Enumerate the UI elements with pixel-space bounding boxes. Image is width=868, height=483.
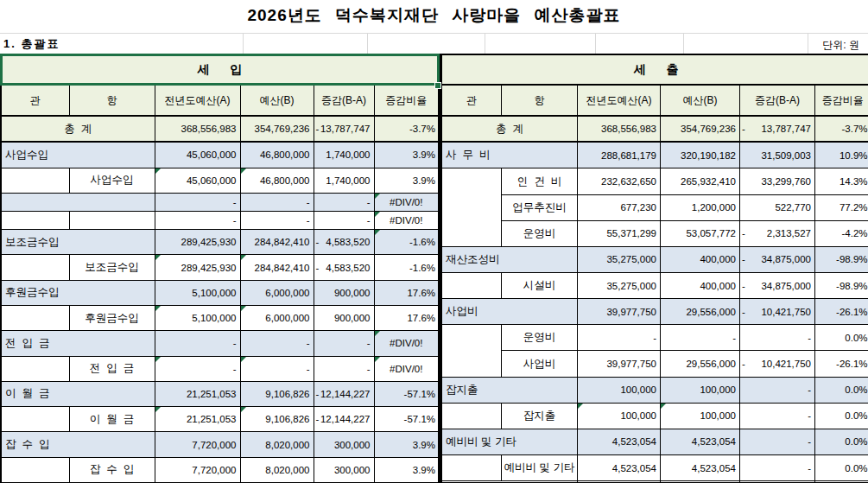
- cell-hang[interactable]: 예비비 및 기타: [502, 455, 578, 481]
- cell-gwan-blank[interactable]: [1, 356, 69, 381]
- cell-ratio[interactable]: 17.6%: [374, 280, 439, 305]
- cell-budget[interactable]: 284,842,410: [240, 230, 314, 255]
- cell-prev[interactable]: 45,060,000: [155, 142, 240, 168]
- cell-gwan-blank[interactable]: [1, 407, 69, 432]
- cell-hang[interactable]: 업무추진비: [502, 194, 578, 220]
- cell-ratio[interactable]: #DIV/0!: [374, 193, 439, 211]
- cell-prev[interactable]: 289,425,930: [155, 255, 240, 280]
- cell-gwan-blank[interactable]: [441, 455, 502, 481]
- cell-prev[interactable]: -: [155, 212, 240, 230]
- cell-budget[interactable]: 9,106,826: [240, 381, 314, 406]
- cell-hang[interactable]: 전 입 금: [69, 356, 155, 381]
- cell-prev[interactable]: 4,523,054: [578, 455, 661, 481]
- cell-budget[interactable]: 265,932,410: [661, 168, 740, 194]
- cell-ratio[interactable]: 0.0%: [815, 377, 868, 403]
- cell-gwan[interactable]: 예비비 및 기타: [441, 429, 578, 454]
- cell-prev[interactable]: 7,720,000: [155, 432, 240, 457]
- cell-gwan[interactable]: 사업수입: [1, 142, 155, 168]
- cell-diff[interactable]: -: [740, 377, 815, 403]
- col-header-prev[interactable]: 전년도예산(A): [578, 85, 661, 116]
- col-header-ratio[interactable]: 증감비율: [374, 85, 439, 116]
- cell-budget[interactable]: 400,000: [661, 246, 740, 272]
- cell-ratio[interactable]: -3.7%: [815, 116, 868, 142]
- col-header-budget[interactable]: 예산(B): [661, 85, 740, 116]
- cell-diff[interactable]: 33,299,760: [740, 168, 815, 194]
- cell-hang[interactable]: 시설비: [502, 273, 578, 299]
- cell-gwan-blank[interactable]: [1, 212, 69, 230]
- cell-budget[interactable]: 29,556,000: [661, 351, 740, 377]
- cell-gwan-blank[interactable]: [1, 255, 69, 280]
- cell-ratio[interactable]: -26.1%: [815, 351, 868, 377]
- cell-budget[interactable]: 9,106,826: [240, 407, 314, 432]
- cell-budget[interactable]: 29,556,000: [661, 299, 740, 325]
- cell-diff[interactable]: -4,583,520: [314, 255, 374, 280]
- cell-ratio[interactable]: 3.9%: [374, 168, 439, 193]
- cell-budget[interactable]: 284,842,410: [240, 255, 314, 280]
- cell-budget[interactable]: 400,000: [661, 273, 740, 299]
- cell-ratio[interactable]: -98.9%: [815, 246, 868, 272]
- cell-prev[interactable]: 7,720,000: [155, 457, 240, 482]
- cell-prev[interactable]: [578, 481, 661, 483]
- col-header-diff[interactable]: 증감(B-A): [740, 85, 815, 116]
- cell-budget[interactable]: -: [240, 331, 314, 356]
- col-header-prev[interactable]: 전년도예산(A): [155, 85, 240, 116]
- cell-ratio[interactable]: 0.0%: [815, 325, 868, 351]
- cell-ratio[interactable]: #DIV/0!: [374, 212, 439, 230]
- cell-hang[interactable]: [69, 212, 155, 230]
- cell-prev[interactable]: 35,275,000: [578, 246, 661, 272]
- cell-budget[interactable]: 1,200,000: [661, 194, 740, 220]
- cell-budget[interactable]: [661, 481, 740, 483]
- cell-ratio[interactable]: 17.6%: [374, 306, 439, 331]
- cell-hang[interactable]: 사업비: [502, 351, 578, 377]
- cell-ratio[interactable]: 3.9%: [374, 457, 439, 482]
- cell-diff[interactable]: 1,740,000: [314, 168, 374, 193]
- cell-gwan[interactable]: 잡지출: [441, 377, 578, 403]
- cell-ratio[interactable]: -4.2%: [815, 220, 868, 246]
- cell-budget[interactable]: -: [240, 212, 314, 230]
- cell-prev[interactable]: 39,977,750: [578, 351, 661, 377]
- col-header-hang[interactable]: 항: [69, 85, 155, 116]
- cell-ratio[interactable]: -57.1%: [374, 407, 439, 432]
- cell-budget[interactable]: 354,769,236: [661, 116, 740, 142]
- col-header-diff[interactable]: 증감(B-A): [314, 85, 374, 116]
- cell-hang[interactable]: 후원금수입: [69, 306, 155, 331]
- cell-budget[interactable]: 100,000: [661, 377, 740, 403]
- cell-diff[interactable]: 900,000: [314, 306, 374, 331]
- cell-diff[interactable]: -: [314, 356, 374, 381]
- cell-prev[interactable]: 35,275,000: [578, 273, 661, 299]
- cell-prev[interactable]: 45,060,000: [155, 168, 240, 193]
- cell-gwan[interactable]: 잡 수 입: [1, 432, 155, 457]
- cell-diff[interactable]: 1,740,000: [314, 142, 374, 168]
- col-header-gwan[interactable]: 관: [1, 85, 69, 116]
- cell-prev[interactable]: -: [155, 356, 240, 381]
- cell-prev[interactable]: 100,000: [578, 377, 661, 403]
- cell-prev[interactable]: 55,371,299: [578, 220, 661, 246]
- cell-ratio[interactable]: -3.7%: [374, 116, 439, 142]
- cell-budget[interactable]: 4,523,054: [661, 455, 740, 481]
- cell-budget[interactable]: -: [240, 356, 314, 381]
- cell-gwan-blank[interactable]: [1, 306, 69, 331]
- cell-total-label[interactable]: 총 계: [441, 116, 578, 142]
- cell-hang[interactable]: 운영비: [502, 325, 578, 351]
- cell-diff[interactable]: [740, 481, 815, 483]
- cell-prev[interactable]: 368,556,983: [578, 116, 661, 142]
- cell-gwan-blank[interactable]: [1, 168, 69, 193]
- cell-prev[interactable]: 232,632,650: [578, 168, 661, 194]
- cell-gwan[interactable]: 사업비: [441, 299, 578, 325]
- cell-diff[interactable]: -: [740, 325, 815, 351]
- cell-diff[interactable]: -34,875,000: [740, 246, 815, 272]
- cell-gwan[interactable]: [1, 193, 155, 211]
- selection-fill-handle[interactable]: [434, 82, 441, 89]
- cell-diff[interactable]: -10,421,750: [740, 351, 815, 377]
- expense-band-cell[interactable]: 세 출: [441, 54, 868, 85]
- cell-ratio[interactable]: #DIV/0!: [374, 331, 439, 356]
- cell-hang[interactable]: 사업수입: [69, 168, 155, 193]
- cell-gwan-blank[interactable]: [441, 325, 502, 377]
- cell-prev[interactable]: -: [155, 331, 240, 356]
- cell-budget[interactable]: 53,057,772: [661, 220, 740, 246]
- cell-diff[interactable]: -: [314, 193, 374, 211]
- cell-gwan-blank[interactable]: [441, 403, 502, 429]
- cell-gwan[interactable]: 이 월 금: [1, 381, 155, 406]
- cell-budget[interactable]: 46,800,000: [240, 168, 314, 193]
- cell-gwan[interactable]: 전 입 금: [1, 331, 155, 356]
